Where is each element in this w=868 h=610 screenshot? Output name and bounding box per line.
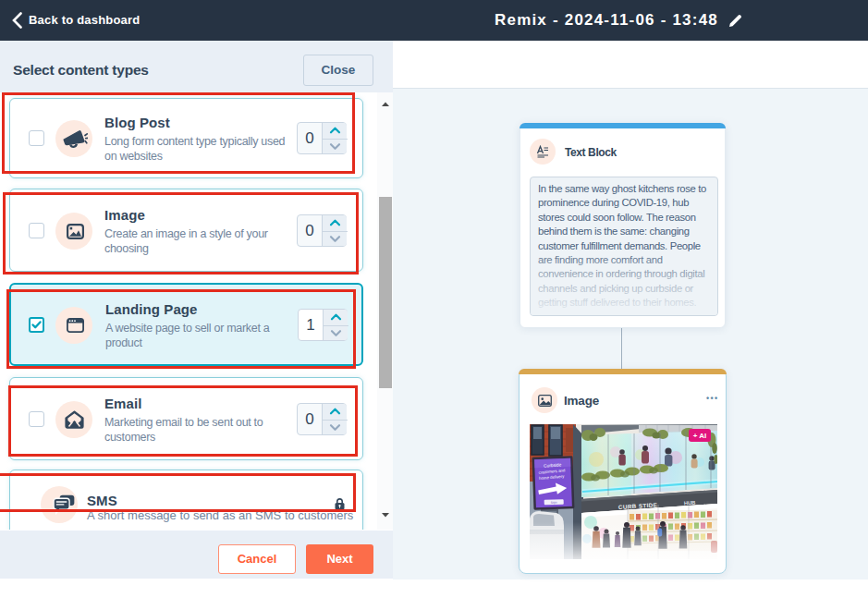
svg-text:Sign: Sign bbox=[551, 501, 557, 505]
svg-text:+ AI: + AI bbox=[693, 432, 707, 440]
svg-text:HUB: HUB bbox=[684, 500, 696, 506]
